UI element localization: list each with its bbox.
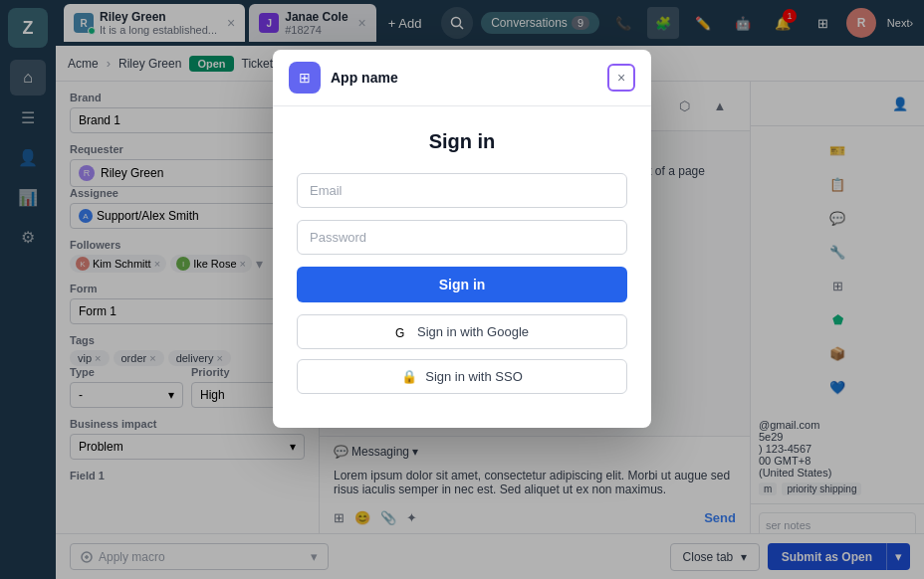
sso-sign-in-button[interactable]: 🔒 Sign in with SSO bbox=[297, 359, 627, 394]
email-input[interactable] bbox=[297, 173, 627, 208]
modal-app-name: App name bbox=[331, 70, 607, 86]
modal-body: Sign in Sign in G Sign in with Google 🔒 … bbox=[273, 106, 651, 428]
lock-icon: 🔒 bbox=[401, 369, 417, 384]
google-sign-in-button[interactable]: G Sign in with Google bbox=[297, 314, 627, 349]
password-input[interactable] bbox=[297, 220, 627, 255]
sign-in-modal: ⊞ App name × Sign in Sign in G Sign in w… bbox=[273, 50, 651, 428]
modal-header: ⊞ App name × bbox=[273, 50, 651, 106]
sign-in-title: Sign in bbox=[297, 130, 627, 153]
modal-app-icon: ⊞ bbox=[289, 62, 321, 94]
modal-overlay[interactable]: ⊞ App name × Sign in Sign in G Sign in w… bbox=[0, 0, 924, 579]
svg-text:G: G bbox=[395, 326, 404, 339]
modal-close-button[interactable]: × bbox=[607, 64, 635, 92]
sign-in-button[interactable]: Sign in bbox=[297, 267, 627, 302]
google-icon: G bbox=[395, 325, 409, 339]
